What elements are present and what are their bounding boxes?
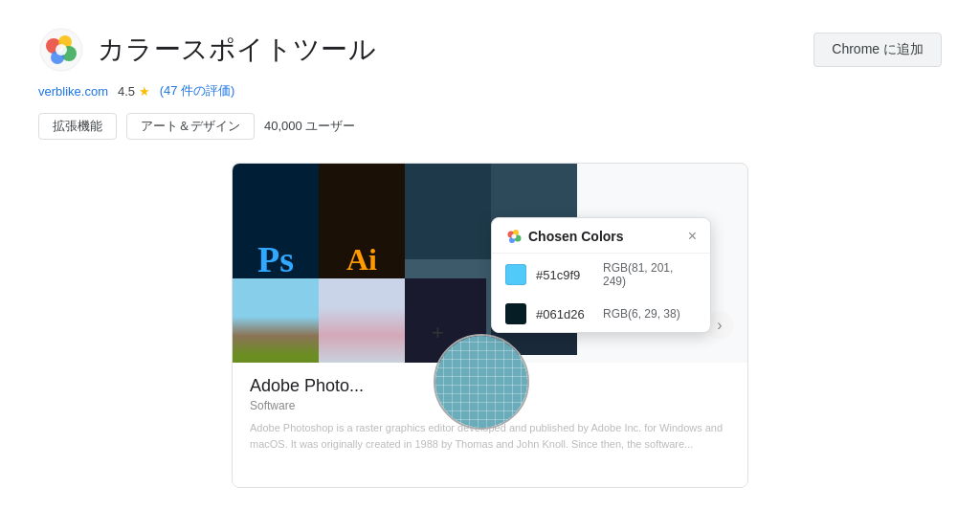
magnifier-grid (435, 336, 527, 428)
crosshair-icon (434, 326, 453, 345)
users-count: 40,000 ユーザー (264, 118, 355, 135)
color-hex-2: #061d26 (536, 307, 593, 321)
magnifier (434, 334, 529, 430)
site-link[interactable]: verblike.com (38, 84, 108, 99)
rating-text: 4.5 ★ (118, 84, 150, 99)
popup-header: Chosen Colors × (492, 218, 710, 254)
page-wrapper: カラースポイトツール Chrome に追加 verblike.com 4.5 ★… (0, 0, 980, 507)
tag-art-design[interactable]: アート＆デザイン (126, 113, 255, 140)
meta-row: verblike.com 4.5 ★ (47 件の評価) (38, 82, 942, 100)
screenshot-container: Ps Ai (232, 163, 748, 488)
svg-point-10 (512, 234, 517, 239)
screenshot-area: Ps Ai (38, 163, 942, 488)
color-swatch-1 (505, 264, 526, 285)
title-area: カラースポイトツール (38, 27, 376, 73)
color-row-2: #061d26 RGB(6, 29, 38) (492, 296, 710, 332)
popup-logo-icon (505, 228, 523, 245)
popup-title-area: Chosen Colors (505, 228, 624, 245)
color-rgb-2: RGB(6, 29, 38) (603, 307, 680, 321)
header-row: カラースポイトツール Chrome に追加 (38, 27, 942, 73)
review-link[interactable]: (47 件の評価) (160, 82, 235, 100)
foreground: Chosen Colors × #51c9f9 RGB(81, 201, 249… (233, 164, 747, 487)
app-title: カラースポイトツール (98, 32, 376, 68)
popup-title: Chosen Colors (528, 229, 624, 244)
chosen-colors-popup: Chosen Colors × #51c9f9 RGB(81, 201, 249… (491, 217, 711, 333)
tag-extension[interactable]: 拡張機能 (38, 113, 117, 140)
color-rgb-1: RGB(81, 201, 249) (603, 261, 697, 288)
svg-point-5 (56, 44, 67, 55)
star-icon: ★ (139, 84, 150, 99)
popup-close-button[interactable]: × (688, 229, 697, 244)
color-swatch-2 (505, 303, 526, 324)
add-chrome-button[interactable]: Chrome に追加 (813, 33, 942, 67)
color-hex-1: #51c9f9 (536, 268, 593, 282)
color-row-1: #51c9f9 RGB(81, 201, 249) (492, 254, 710, 296)
app-logo (38, 27, 84, 73)
tags-row: 拡張機能 アート＆デザイン 40,000 ユーザー (38, 113, 942, 140)
